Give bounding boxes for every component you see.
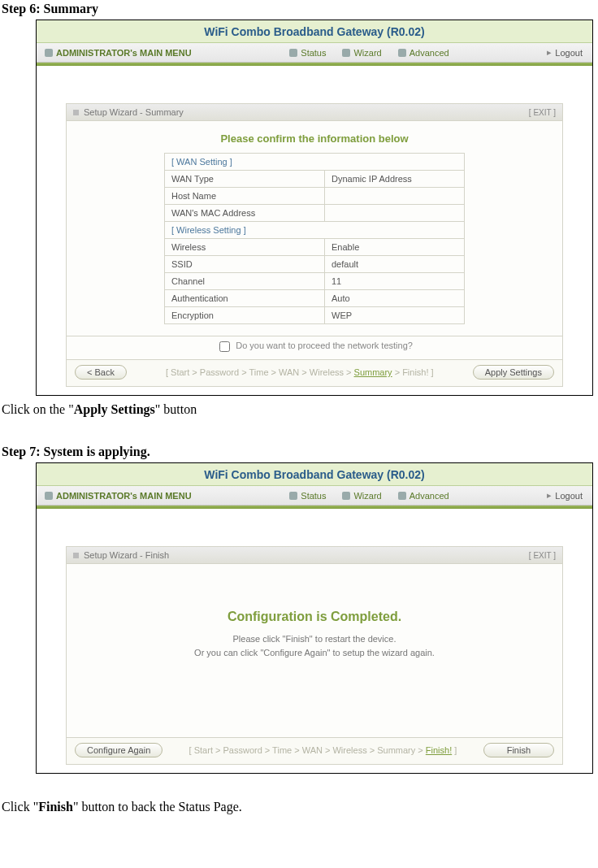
menu-logout-label: Logout	[555, 48, 583, 58]
step6-heading: Step 6: Summary	[2, 2, 598, 16]
menu-main-label: ADMINISTRATOR's MAIN MENU	[37, 43, 200, 62]
menu-wizard-label: Wizard	[353, 48, 381, 58]
table-row: AuthenticationAuto	[165, 290, 465, 307]
wizard-breadcrumbs: [ Start > Password > Time > WAN > Wirele…	[127, 367, 473, 377]
menu-logout-label: Logout	[555, 491, 583, 501]
table-row: SSIDdefault	[165, 256, 465, 273]
panel-icon	[73, 110, 79, 115]
menu-status[interactable]: Status	[281, 43, 334, 62]
product-title: WiFi Combo Broadband Gateway (R0.02)	[37, 463, 592, 486]
advanced-icon	[398, 49, 406, 57]
exit-link[interactable]: [ EXIT ]	[529, 551, 556, 560]
status-icon	[289, 49, 297, 57]
panel-icon	[73, 553, 79, 558]
wireless-section: [ Wireless Setting ]	[165, 222, 465, 239]
menu-wizard[interactable]: Wizard	[334, 43, 389, 62]
wizard-icon	[342, 492, 350, 500]
finish-panel: Setup Wizard - Finish [ EXIT ] Configura…	[66, 546, 563, 765]
menu-advanced[interactable]: Advanced	[390, 43, 457, 62]
summary-table: [ WAN Setting ] WAN TypeDynamic IP Addre…	[164, 153, 465, 324]
wizard-breadcrumbs: [ Start > Password > Time > WAN > Wirele…	[162, 745, 483, 755]
config-complete-sub: Please click "Finish" to restart the dev…	[67, 632, 562, 737]
step7-instruction: Click "Finish" button to back the Status…	[2, 800, 598, 814]
main-menu-bar: ADMINISTRATOR's MAIN MENU Status Wizard …	[37, 486, 592, 506]
menu-advanced[interactable]: Advanced	[390, 486, 457, 505]
table-row: EncryptionWEP	[165, 307, 465, 324]
step7-heading: Step 7: System is applying.	[2, 445, 598, 459]
menu-logout[interactable]: ▸ Logout	[539, 486, 592, 505]
menu-wizard-label: Wizard	[353, 491, 381, 501]
confirm-heading: Please confirm the information below	[67, 121, 562, 153]
configure-again-button[interactable]: Configure Again	[75, 743, 162, 757]
step7-screenshot: WiFi Combo Broadband Gateway (R0.02) ADM…	[36, 462, 593, 774]
apply-settings-button[interactable]: Apply Settings	[473, 365, 554, 380]
step6-instruction: Click on the "Apply Settings" button	[2, 402, 598, 417]
panel-title: Setup Wizard - Summary	[84, 107, 184, 117]
proceed-label: Do you want to proceed the network testi…	[236, 341, 413, 350]
menu-status[interactable]: Status	[281, 486, 334, 505]
status-icon	[289, 492, 297, 500]
wizard-icon	[342, 49, 350, 57]
main-menu-bar: ADMINISTRATOR's MAIN MENU Status Wizard …	[37, 43, 592, 63]
table-row: WAN's MAC Address	[165, 205, 465, 222]
menu-wizard[interactable]: Wizard	[334, 486, 389, 505]
proceed-checkbox[interactable]	[219, 341, 230, 352]
step6-screenshot: WiFi Combo Broadband Gateway (R0.02) ADM…	[36, 20, 593, 396]
menu-advanced-label: Advanced	[410, 491, 449, 501]
summary-panel: Setup Wizard - Summary [ EXIT ] Please c…	[66, 103, 563, 387]
menu-status-label: Status	[301, 48, 326, 58]
panel-footer: Configure Again [ Start > Password > Tim…	[67, 737, 562, 764]
menu-advanced-label: Advanced	[410, 48, 449, 58]
panel-header: Setup Wizard - Finish [ EXIT ]	[67, 547, 562, 564]
menu-status-label: Status	[301, 491, 326, 501]
table-row: WAN TypeDynamic IP Address	[165, 171, 465, 188]
back-button[interactable]: < Back	[75, 365, 127, 380]
table-row: Channel11	[165, 273, 465, 290]
finish-button[interactable]: Finish	[483, 743, 554, 757]
proceed-row: Do you want to proceed the network testi…	[67, 336, 562, 359]
menu-main-text: ADMINISTRATOR's MAIN MENU	[56, 48, 192, 58]
menu-main-text: ADMINISTRATOR's MAIN MENU	[56, 491, 192, 501]
panel-header: Setup Wizard - Summary [ EXIT ]	[67, 104, 562, 121]
advanced-icon	[398, 492, 406, 500]
exit-link[interactable]: [ EXIT ]	[529, 108, 556, 117]
table-row: Host Name	[165, 188, 465, 205]
menu-logout[interactable]: ▸ Logout	[539, 43, 592, 62]
product-title: WiFi Combo Broadband Gateway (R0.02)	[37, 20, 592, 43]
panel-footer: < Back [ Start > Password > Time > WAN >…	[67, 359, 562, 386]
config-complete-heading: Configuration is Completed.	[67, 564, 562, 632]
menu-icon	[45, 49, 53, 57]
panel-title: Setup Wizard - Finish	[84, 550, 169, 560]
table-row: WirelessEnable	[165, 239, 465, 256]
menu-icon	[45, 492, 53, 500]
menu-main-label: ADMINISTRATOR's MAIN MENU	[37, 486, 200, 505]
wan-section: [ WAN Setting ]	[165, 154, 465, 171]
